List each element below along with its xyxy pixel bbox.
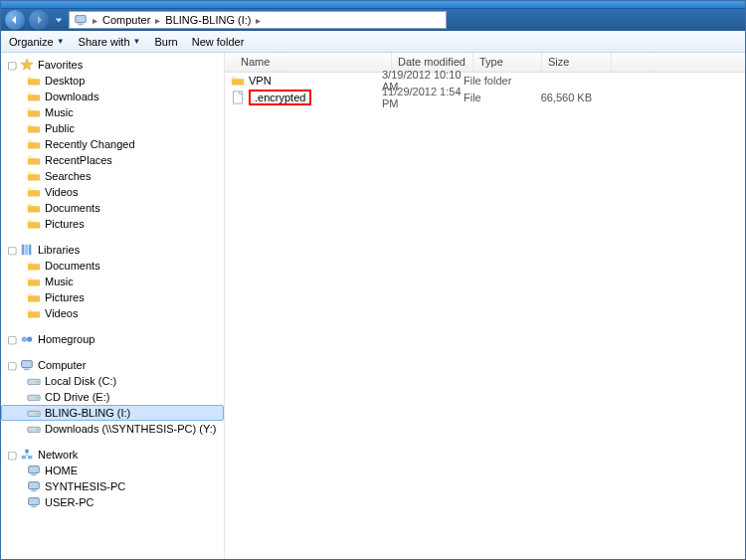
breadcrumb-computer[interactable]: Computer [100,14,152,26]
col-size[interactable]: Size [542,53,612,72]
homegroup-label: Homegroup [38,333,94,345]
sidebar-item-label: BLING-BLING (I:) [45,407,130,419]
new-folder-label: New folder [192,36,245,48]
address-bar: ▸ Computer ▸ BLING-BLING (I:) ▸ [1,9,745,31]
svg-rect-24 [29,482,40,489]
drive-icon [27,406,41,420]
sidebar-item[interactable]: Documents [1,200,224,216]
sidebar-item[interactable]: Music [1,104,224,120]
sidebar-item[interactable]: Downloads [1,89,224,104]
svg-marker-2 [21,59,33,70]
homegroup-group: ▢ Homegroup [1,331,224,347]
breadcrumb[interactable]: ▸ Computer ▸ BLING-BLING (I:) ▸ [69,11,447,29]
sidebar-item-label: Local Disk (C:) [45,375,116,387]
file-type: File [464,92,532,103]
command-toolbar: Organize▼ Share with▼ Burn New folder [1,31,745,53]
sidebar-item[interactable]: BLING-BLING (I:) [1,405,224,421]
pc-icon [27,479,41,493]
burn-button[interactable]: Burn [154,36,177,48]
organize-menu[interactable]: Organize▼ [9,36,65,48]
col-name[interactable]: Name [235,53,392,72]
sidebar-item-label: Videos [45,186,78,198]
arrow-left-icon [10,15,20,25]
network-header[interactable]: ▢ Network [1,447,224,463]
file-list-pane[interactable]: Name Date modified Type Size VPN3/19/201… [225,53,745,559]
folder-icon [27,137,41,151]
share-with-menu[interactable]: Share with▼ [79,36,141,48]
computer-icon [20,358,34,372]
breadcrumb-location[interactable]: BLING-BLING (I:) [163,14,253,26]
checkbox-column[interactable] [225,53,235,72]
collapse-icon: ▢ [7,451,16,460]
sidebar-item[interactable]: RecentPlaces [1,152,224,168]
favorites-group: ▢ Favorites DesktopDownloadsMusicPublicR… [1,57,224,232]
sidebar-item[interactable]: HOME [1,463,224,478]
svg-point-15 [37,413,39,415]
sidebar-item-label: HOME [45,465,78,476]
sidebar-item[interactable]: Public [1,120,224,136]
new-folder-button[interactable]: New folder [192,36,245,48]
libraries-label: Libraries [38,244,80,256]
sidebar-item[interactable]: Recently Changed [1,136,224,152]
pc-icon [27,464,41,477]
sidebar-item-label: Music [45,276,74,287]
network-label: Network [38,449,78,461]
svg-rect-18 [22,456,26,460]
sidebar-item-label: Documents [45,202,100,214]
sidebar-item[interactable]: Local Disk (C:) [1,373,224,389]
sidebar-item-label: Documents [45,260,100,272]
folder-icon [27,275,41,288]
svg-rect-28 [234,92,243,103]
sidebar-item[interactable]: Pictures [1,289,224,305]
svg-rect-27 [31,506,36,508]
nav-history-button[interactable] [53,11,65,29]
svg-point-6 [22,336,27,341]
folder-icon [27,169,41,183]
svg-rect-23 [31,474,36,476]
computer-header[interactable]: ▢ Computer [1,357,224,373]
file-row[interactable]: VPN3/19/2012 10:10 AMFile folder [225,73,745,89]
sidebar-item[interactable]: Videos [1,305,224,321]
sidebar-item-label: Recently Changed [45,138,135,150]
sidebar-item-label: SYNTHESIS-PC [45,480,125,492]
chevron-down-icon: ▼ [57,37,65,46]
svg-rect-0 [76,16,87,23]
navigation-pane[interactable]: ▢ Favorites DesktopDownloadsMusicPublicR… [1,53,225,559]
collapse-icon: ▢ [7,61,16,70]
folder-icon [27,121,41,135]
col-type[interactable]: Type [473,53,542,72]
sidebar-item[interactable]: Downloads (\\SYNTHESIS-PC) (Y:) [1,421,224,437]
chevron-right-icon: ▸ [256,15,261,26]
file-name: .encrypted [249,90,311,105]
main-area: ▢ Favorites DesktopDownloadsMusicPublicR… [1,53,745,559]
folder-icon [27,290,41,304]
sidebar-item[interactable]: SYNTHESIS-PC [1,478,224,494]
nav-back-button[interactable] [5,10,25,30]
network-group: ▢ Network HOMESYNTHESIS-PCUSER-PC [1,447,224,510]
window-titlebar [1,1,745,9]
svg-rect-8 [22,361,33,368]
sidebar-item-label: Videos [45,307,78,319]
sidebar-item[interactable]: Videos [1,184,224,200]
favorites-header[interactable]: ▢ Favorites [1,57,224,73]
computer-label: Computer [38,359,86,371]
sidebar-item[interactable]: Documents [1,258,224,274]
sidebar-item-label: Pictures [45,291,85,303]
sidebar-item[interactable]: Searches [1,168,224,184]
computer-group: ▢ Computer Local Disk (C:)CD Drive (E:)B… [1,357,224,437]
sidebar-item[interactable]: USER-PC [1,494,224,510]
sidebar-item[interactable]: Music [1,274,224,289]
svg-rect-25 [31,490,36,492]
file-row[interactable]: .encrypted11/29/2012 1:54 PMFile66,560 K… [225,90,745,105]
libraries-header[interactable]: ▢ Libraries [1,242,224,258]
sidebar-item[interactable]: Desktop [1,73,224,89]
file-size: 66,560 KB [532,92,592,103]
homegroup-header[interactable]: ▢ Homegroup [1,331,224,347]
nav-forward-button[interactable] [29,10,49,30]
sidebar-item[interactable]: CD Drive (E:) [1,389,224,405]
folder-icon [27,185,41,199]
network-icon [20,448,34,462]
sidebar-item[interactable]: Pictures [1,216,224,232]
sidebar-item-label: Pictures [45,218,85,230]
star-icon [20,58,34,72]
